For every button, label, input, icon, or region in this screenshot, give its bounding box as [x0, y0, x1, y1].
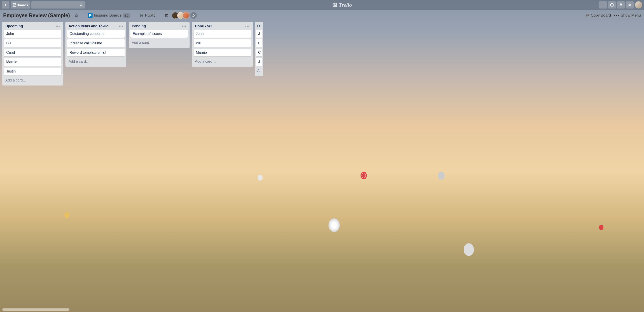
card[interactable]: Carol	[4, 49, 62, 56]
user-avatar[interactable]	[635, 1, 642, 8]
card[interactable]: Bill	[4, 39, 62, 47]
card[interactable]: Bill	[194, 39, 251, 47]
board-members	[173, 12, 197, 19]
list-title[interactable]: D	[257, 24, 260, 28]
info-icon	[610, 3, 614, 7]
archive-icon	[165, 13, 169, 17]
global-header: Boards Trello	[0, 0, 644, 10]
list-title[interactable]: Action Items and To-Do	[68, 24, 108, 28]
svg-rect-18	[586, 14, 589, 17]
svg-rect-16	[166, 15, 167, 16]
copy-board-button[interactable]: Copy Board	[586, 13, 611, 18]
svg-rect-0	[13, 3, 16, 6]
add-card-button[interactable]: Add a card…	[194, 58, 251, 65]
card[interactable]: Outstanding concerns	[67, 30, 124, 38]
list-title[interactable]: Upcoming	[6, 24, 23, 28]
add-card-button[interactable]: Add a card…	[130, 39, 188, 46]
search-icon	[79, 3, 83, 7]
boards-button[interactable]: Boards	[11, 1, 30, 8]
ellipsis-icon: •••	[614, 13, 619, 18]
list-menu-button[interactable]: •••	[56, 24, 60, 28]
boards-icon	[12, 3, 16, 7]
trello-logo[interactable]: Trello	[332, 2, 352, 8]
board-header: Employee Review (Sample) Inspiring Board…	[0, 10, 644, 21]
add-card-button[interactable]: Add a card…	[67, 58, 124, 65]
card[interactable]: Justin	[4, 68, 62, 75]
card[interactable]: Marnie	[4, 58, 62, 66]
trello-logo-icon	[332, 2, 337, 7]
plus-icon	[601, 3, 605, 7]
svg-rect-20	[588, 14, 588, 16]
settings-button[interactable]	[626, 1, 634, 8]
add-member-button[interactable]	[190, 12, 197, 19]
show-menu-label: Show Menu	[621, 13, 641, 18]
card[interactable]: John	[4, 30, 62, 38]
search-input[interactable]	[31, 1, 85, 8]
back-arrow-icon	[4, 3, 8, 7]
divider	[83, 13, 83, 18]
list-menu-button[interactable]: •••	[119, 24, 123, 28]
add-card-button[interactable]: Add a card…	[4, 77, 62, 84]
svg-rect-7	[335, 3, 336, 5]
create-button[interactable]	[599, 1, 607, 8]
card[interactable]: Marnie	[194, 49, 251, 56]
team-button[interactable]: Inspiring Boards BC	[86, 12, 132, 19]
horizontal-scrollbar[interactable]	[2, 309, 70, 311]
svg-rect-19	[586, 14, 587, 16]
member-avatar[interactable]	[182, 12, 189, 19]
board-small-icon	[586, 13, 590, 17]
list-header: Action Items and To-Do•••	[67, 24, 124, 30]
svg-rect-1	[14, 4, 14, 6]
list-title[interactable]: Pending	[132, 24, 146, 28]
card[interactable]: Increase call volume	[67, 39, 124, 47]
list: Pending•••Example of issuesAdd a card…	[128, 22, 190, 48]
team-name: Inspiring Boards	[94, 13, 122, 18]
list-header: Upcoming•••	[4, 24, 62, 30]
list: Action Items and To-Do•••Outstanding con…	[66, 22, 126, 67]
list: DJECJA	[255, 22, 263, 76]
list-header: Done - 5/1•••	[194, 24, 251, 30]
card[interactable]: J	[256, 58, 262, 66]
info-button[interactable]	[608, 1, 616, 8]
card[interactable]: C	[256, 49, 262, 56]
svg-rect-9	[612, 5, 612, 6]
archive-button[interactable]	[163, 12, 170, 18]
logo-text: Trello	[338, 2, 352, 8]
svg-line-4	[82, 5, 82, 6]
svg-rect-2	[15, 4, 16, 5]
list-title[interactable]: Done - 5/1	[195, 24, 212, 28]
list-header: Pending•••	[130, 24, 188, 30]
card[interactable]: E	[256, 39, 262, 47]
list: Done - 5/1•••JohnBillMarnieAdd a card…	[192, 22, 253, 67]
card[interactable]: J	[256, 30, 262, 38]
svg-point-17	[193, 14, 194, 15]
person-plus-icon	[192, 14, 196, 17]
back-button[interactable]	[2, 1, 10, 8]
list-header: D	[256, 24, 262, 30]
list: Upcoming•••JohnBillCarolMarnieJustinAdd …	[2, 22, 63, 85]
boards-label: Boards	[16, 3, 28, 7]
list-menu-button[interactable]: •••	[245, 24, 250, 28]
star-icon	[74, 13, 78, 17]
card[interactable]: Example of issues	[130, 30, 188, 38]
team-badge: BC	[123, 13, 131, 18]
bell-icon	[619, 3, 623, 7]
globe-icon	[140, 13, 144, 17]
add-card-button[interactable]: A	[256, 68, 262, 74]
svg-rect-6	[334, 3, 334, 6]
svg-rect-10	[612, 4, 612, 4]
card[interactable]: John	[194, 30, 251, 38]
visibility-label: Public	[145, 13, 155, 18]
copy-board-label: Copy Board	[591, 13, 611, 18]
notifications-button[interactable]	[617, 1, 625, 8]
divider	[160, 13, 160, 18]
list-menu-button[interactable]: •••	[182, 24, 186, 28]
board-canvas[interactable]: Upcoming•••JohnBillCarolMarnieJustinAdd …	[0, 21, 644, 309]
show-menu-button[interactable]: ••• Show Menu	[614, 13, 641, 18]
card[interactable]: Reword template email	[67, 49, 124, 56]
team-icon	[88, 13, 92, 18]
gear-icon	[628, 3, 632, 7]
star-button[interactable]	[73, 12, 80, 18]
board-title[interactable]: Employee Review (Sample)	[3, 12, 70, 18]
visibility-button[interactable]: Public	[138, 12, 157, 18]
